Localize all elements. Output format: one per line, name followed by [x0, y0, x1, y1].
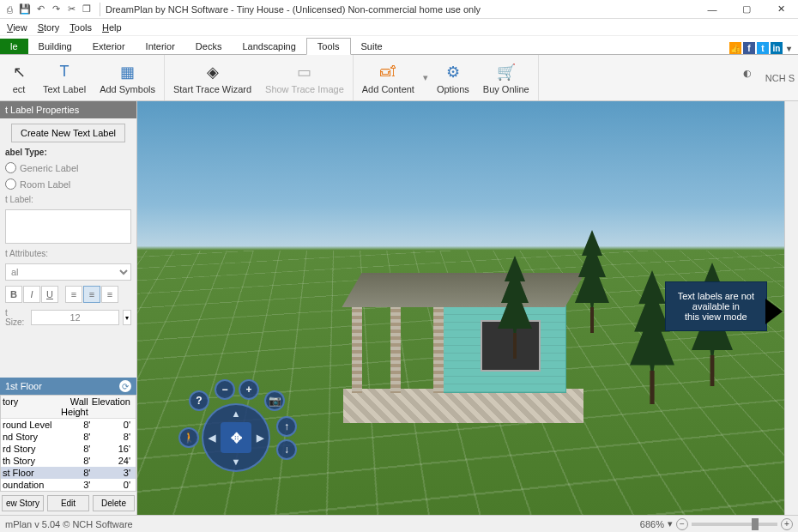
print-icon[interactable]: ⎙ [3, 3, 15, 15]
dropdown-icon[interactable]: ▾ [421, 72, 430, 83]
align-left-button[interactable]: ≡ [65, 286, 82, 303]
3d-viewport[interactable]: Text labels are not available in this vi… [137, 101, 784, 515]
tree-model [498, 256, 532, 359]
label-text-input[interactable] [5, 209, 131, 244]
room-label-text: Room Label [20, 179, 70, 190]
label-type-heading: abel Type: [5, 148, 131, 157]
trace-wizard-icon: ◈ [203, 62, 223, 82]
table-row[interactable]: rd Story8'16' [1, 443, 136, 455]
add-symbols-button[interactable]: ▦Add Symbols [93, 55, 162, 100]
align-center-button[interactable]: ≡ [83, 286, 100, 303]
sync-icon[interactable]: ⟳ [119, 380, 131, 392]
cart-icon: 🛒 [496, 62, 517, 82]
properties-panel: t Label Properties Create New Text Label… [0, 101, 137, 515]
show-trace-button[interactable]: ▭Show Trace Image [258, 55, 351, 100]
copy-icon[interactable]: ❐ [81, 3, 93, 15]
twitter-icon[interactable]: t [757, 42, 769, 54]
generic-label-radio[interactable] [5, 162, 16, 173]
zoom-dropdown-icon[interactable]: ▾ [668, 518, 673, 529]
nav-pan-control[interactable]: ▲ ▼ ◀ ▶ ✥ [202, 403, 270, 472]
font-family-select[interactable]: al [5, 263, 131, 281]
tab-interior[interactable]: Interior [136, 39, 185, 54]
options-icon: ⚙ [443, 62, 463, 82]
zoom-out-button[interactable]: − [676, 518, 688, 530]
ribbon-toolbar: ↖ect TText Label ▦Add Symbols ◈Start Tra… [0, 55, 798, 101]
start-trace-button[interactable]: ◈Start Trace Wizard [166, 55, 258, 100]
undo-icon[interactable]: ↶ [34, 3, 46, 15]
close-button[interactable]: ✕ [764, 0, 798, 19]
nav-help-button[interactable]: ? [189, 390, 209, 411]
zoom-level: 686% [640, 519, 664, 529]
add-content-icon: 🛋 [378, 62, 398, 82]
table-row[interactable]: th Story8'24' [1, 455, 136, 467]
zoom-in-button[interactable]: + [781, 518, 793, 530]
version-label: mPlan v 5.04 © NCH Software [5, 519, 133, 529]
story-panel-header[interactable]: 1st Floor ⟳ [0, 378, 136, 395]
tab-building[interactable]: Building [28, 39, 82, 54]
create-new-label-button[interactable]: Create New Text Label [11, 124, 125, 142]
text-label-button[interactable]: TText Label [36, 55, 93, 100]
table-row[interactable]: oundation3'0' [1, 479, 136, 491]
social-dropdown-icon[interactable]: ▾ [784, 42, 793, 54]
divider [100, 3, 100, 16]
cursor-icon: ↖ [9, 62, 29, 82]
table-row[interactable]: nd Story8'8' [1, 431, 136, 443]
menu-help[interactable]: Help [102, 22, 122, 33]
nav-up-button[interactable]: ↑ [276, 416, 297, 437]
like-icon[interactable]: 👍 [729, 42, 741, 54]
panel-header: t Label Properties [0, 101, 136, 118]
save-icon[interactable]: 💾 [19, 3, 31, 15]
tab-landscaping[interactable]: Landscaping [232, 39, 305, 54]
tab-suite[interactable]: Suite [351, 39, 393, 54]
underline-button[interactable]: U [41, 286, 58, 303]
maximize-button[interactable]: ▢ [729, 0, 764, 19]
table-row[interactable]: round Level8'0' [1, 419, 136, 431]
menu-view[interactable]: View [7, 22, 27, 33]
nav-zoom-in-button[interactable]: + [239, 379, 259, 400]
title-bar: ⎙ 💾 ↶ ↷ ✂ ❐ DreamPlan by NCH Software - … [0, 0, 798, 19]
nav-down-button[interactable]: ↓ [276, 439, 297, 460]
tab-exterior[interactable]: Exterior [82, 39, 136, 54]
new-story-button[interactable]: ew Story [2, 495, 44, 511]
nav-zoom-out-button[interactable]: − [215, 379, 235, 400]
table-row[interactable]: st Floor8'3' [1, 467, 136, 479]
tooltip-arrow-icon [765, 299, 783, 324]
ribbon-tabs: le Building Exterior Interior Decks Land… [0, 36, 798, 55]
col-elev: Elevation [92, 396, 134, 417]
linkedin-icon[interactable]: in [771, 42, 783, 54]
options-button[interactable]: ⚙Options [430, 55, 476, 100]
room-label-radio[interactable] [5, 178, 16, 190]
buy-online-button[interactable]: 🛒Buy Online [476, 55, 536, 100]
font-size-spinner[interactable]: ▾ [123, 310, 131, 325]
story-current-label: 1st Floor [5, 381, 42, 391]
delete-story-button[interactable]: Delete [93, 495, 135, 511]
symbols-icon: ▦ [118, 62, 138, 82]
zoom-slider[interactable] [692, 523, 777, 526]
window-title: DreamPlan by NCH Software - Tiny House -… [104, 4, 695, 15]
menu-story[interactable]: Story [38, 22, 60, 33]
story-table: tory Wall Height Elevation round Level8'… [0, 395, 136, 492]
menu-bar: View Story Tools Help [0, 19, 798, 36]
edit-story-button[interactable]: Edit [47, 495, 89, 511]
nch-suite-button[interactable]: ◐ NCH S [743, 68, 798, 88]
tab-tools[interactable]: Tools [306, 38, 351, 55]
trace-image-icon: ▭ [294, 62, 315, 82]
menu-tools[interactable]: Tools [70, 22, 92, 33]
nav-camera-button[interactable]: 📷 [264, 390, 285, 411]
text-label-icon: T [54, 62, 75, 82]
redo-icon[interactable]: ↷ [50, 3, 62, 15]
tab-file[interactable]: le [0, 39, 28, 54]
cut-icon[interactable]: ✂ [65, 3, 77, 15]
vertical-ruler[interactable] [784, 101, 798, 515]
italic-button[interactable]: I [23, 286, 40, 303]
nav-walk-button[interactable]: 🚶 [178, 427, 199, 448]
add-content-button[interactable]: 🛋Add Content [355, 55, 421, 100]
align-right-button[interactable]: ≡ [101, 286, 118, 303]
select-button[interactable]: ↖ect [2, 55, 36, 100]
facebook-icon[interactable]: f [743, 42, 755, 54]
bold-button[interactable]: B [5, 286, 22, 303]
minimize-button[interactable]: — [695, 0, 729, 19]
font-size-input[interactable] [31, 310, 119, 325]
tab-decks[interactable]: Decks [185, 39, 233, 54]
font-size-label: t Size: [5, 308, 24, 327]
